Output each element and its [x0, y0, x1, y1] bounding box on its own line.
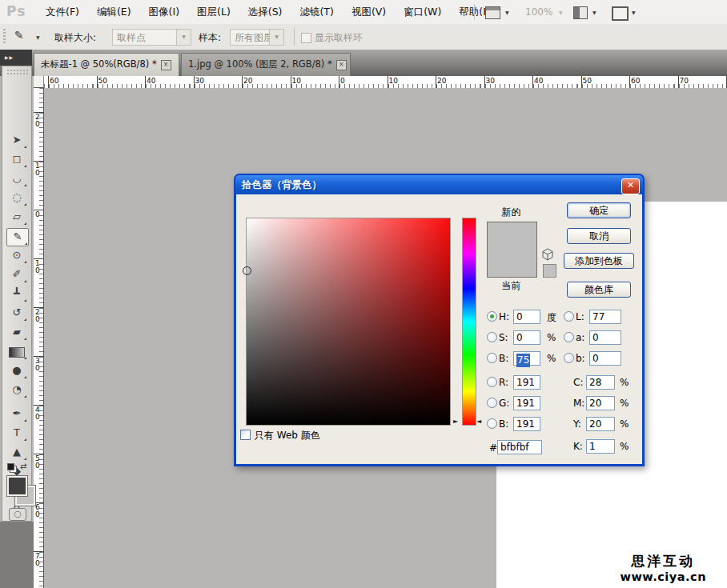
hex-input[interactable]: bfbfbf — [497, 440, 542, 454]
radio-g[interactable] — [487, 398, 497, 408]
dialog-title[interactable]: 拾色器（背景色） — [235, 175, 643, 194]
dodge-tool[interactable]: ◔ — [6, 382, 27, 398]
clone-stamp-tool[interactable]: ┻ — [6, 286, 27, 302]
a-label: a: — [576, 332, 584, 343]
h-input[interactable]: 0 — [513, 310, 540, 324]
c-input[interactable]: 28 — [586, 375, 615, 390]
menu-item[interactable]: 窗口(W) — [395, 6, 450, 19]
collapse-panels-icon[interactable]: ▶▶ — [0, 50, 32, 66]
pasteboard-left — [0, 522, 34, 588]
ruler-vertical[interactable]: 2 01 001 02 03 04 05 06 07 0 — [34, 88, 44, 588]
s-label: S: — [499, 332, 508, 343]
type-tool[interactable]: T — [6, 425, 27, 442]
tab-untitled-1[interactable]: 未标题-1 @ 50%(RGB/8) *× — [34, 53, 179, 76]
b-input[interactable]: 75 — [513, 351, 540, 366]
radio-b[interactable] — [487, 353, 497, 363]
bridge-caret-icon[interactable]: ▼ — [505, 10, 509, 15]
m-input[interactable]: 20 — [586, 396, 615, 410]
blur-tool[interactable]: ● — [6, 362, 27, 379]
color-libraries-button[interactable]: 颜色库 — [567, 282, 631, 298]
radio-s[interactable] — [487, 332, 497, 342]
tab-close-icon[interactable]: × — [336, 60, 347, 70]
zoom-level: 100% — [525, 6, 552, 18]
s-unit: % — [547, 332, 556, 343]
menu-bar: Ps 文件(F)编辑(E)图像(I)图层(L)选择(S)滤镜(T)视图(V)窗口… — [0, 0, 727, 25]
web-colors-only-checkbox[interactable] — [240, 430, 251, 440]
ruler-origin-corner[interactable] — [34, 76, 44, 88]
swap-colors-icon[interactable]: ⇄ — [20, 462, 26, 470]
menu-item[interactable]: 图层(L) — [188, 6, 239, 19]
toolbox-grip — [7, 70, 28, 74]
dropdown-caret-icon[interactable]: ▼ — [269, 30, 283, 45]
eraser-tool[interactable]: ▰ — [6, 324, 27, 341]
tab-1-jpg[interactable]: 1.jpg @ 100% (图层 2, RGB/8) *× — [181, 53, 351, 76]
out-of-web-gamut-cube-icon[interactable] — [541, 248, 554, 261]
b-label: B: — [499, 353, 508, 364]
radio-r[interactable] — [487, 377, 497, 387]
type-icon: T — [14, 426, 20, 438]
blur-icon: ● — [12, 364, 21, 376]
arrange-caret-icon[interactable]: ▼ — [592, 10, 596, 15]
menu-item[interactable]: 选择(S) — [239, 6, 291, 19]
add-to-swatches-button[interactable]: 添加到色板 — [564, 253, 634, 269]
menu-item[interactable]: 编辑(E) — [88, 6, 140, 19]
sample-size-dropdown[interactable]: 取样点 ▼ — [112, 29, 191, 46]
eyedropper-icon[interactable]: ✎ — [14, 29, 32, 45]
rectangular-marquee-tool[interactable]: ◻ — [6, 151, 27, 168]
color-picker-dialog: 拾色器（背景色） ✕ ► ◄ 新的 当前 确定 取消 添加到色板 颜色库 H: … — [234, 174, 645, 466]
r-input[interactable]: 191 — [513, 375, 540, 390]
dropdown-caret-icon[interactable]: ▼ — [176, 30, 191, 45]
launch-bridge-icon[interactable] — [485, 6, 500, 19]
options-bar — [0, 24, 727, 50]
sample-dropdown[interactable]: 所有图层 ▼ — [230, 29, 284, 46]
menu-item[interactable]: 文件(F) — [37, 6, 88, 19]
show-sampling-ring-checkbox[interactable] — [301, 33, 311, 43]
g-input[interactable]: 191 — [513, 396, 540, 410]
screen-mode-icon[interactable] — [612, 6, 629, 21]
a-input[interactable]: 0 — [589, 330, 621, 345]
cancel-button[interactable]: 取消 — [567, 228, 631, 244]
radio-lab-b[interactable] — [564, 353, 574, 363]
quick-mask-button[interactable]: ◯ — [9, 508, 26, 521]
pen-tool[interactable]: ✒ — [6, 406, 27, 422]
web-safe-color-swatch[interactable] — [543, 264, 556, 278]
screenmode-caret-icon[interactable]: ▼ — [632, 10, 636, 15]
tab-close-icon[interactable]: × — [161, 60, 171, 70]
move-tool[interactable]: ➤ — [6, 132, 27, 149]
quick-selection-tool[interactable]: ◌ — [6, 190, 27, 206]
menu-item[interactable]: 图像(I) — [140, 6, 188, 19]
h-unit: 度 — [547, 311, 556, 325]
menu-item[interactable]: 滤镜(T) — [291, 6, 342, 19]
history-brush-tool[interactable]: ↺ — [6, 305, 27, 322]
l-input[interactable]: 77 — [589, 310, 621, 324]
rgb-b-input[interactable]: 191 — [513, 417, 540, 431]
lasso-tool[interactable]: ◡ — [6, 170, 27, 187]
radio-l[interactable] — [564, 311, 574, 322]
color-field-marker[interactable] — [243, 266, 251, 275]
m-label: M: — [573, 398, 584, 409]
gradient-tool[interactable] — [6, 343, 27, 360]
ok-button[interactable]: 确定 — [567, 202, 631, 218]
tool-preset-caret-icon[interactable]: ▼ — [36, 34, 40, 40]
new-current-color-swatch — [487, 222, 537, 278]
show-sampling-ring-label: 显示取样环 — [315, 31, 363, 45]
foreground-color-swatch[interactable] — [7, 476, 27, 496]
y-input[interactable]: 20 — [586, 417, 615, 431]
s-input[interactable]: 0 — [513, 330, 540, 345]
spot-healing-brush-tool[interactable]: ⊙ — [6, 247, 27, 264]
dialog-close-button[interactable]: ✕ — [621, 178, 640, 194]
path-selection-tool[interactable]: ▲ — [6, 444, 27, 461]
y-label: Y: — [573, 418, 581, 430]
arrange-documents-icon[interactable] — [573, 6, 588, 19]
radio-rgb-b[interactable] — [487, 418, 497, 429]
menu-item[interactable]: 视图(V) — [343, 6, 395, 19]
eyedropper-tool[interactable]: ✎ — [6, 228, 29, 246]
default-colors-icon[interactable] — [7, 463, 17, 473]
brush-tool[interactable]: ✐ — [6, 266, 27, 283]
crop-tool[interactable]: ▱ — [6, 209, 27, 226]
lab-b-input[interactable]: 0 — [589, 351, 621, 366]
h-label: H: — [499, 311, 509, 322]
radio-h[interactable] — [487, 311, 497, 322]
radio-a[interactable] — [564, 332, 574, 342]
ruler-horizontal[interactable]: 60504030201001020304050607080 — [44, 76, 727, 89]
